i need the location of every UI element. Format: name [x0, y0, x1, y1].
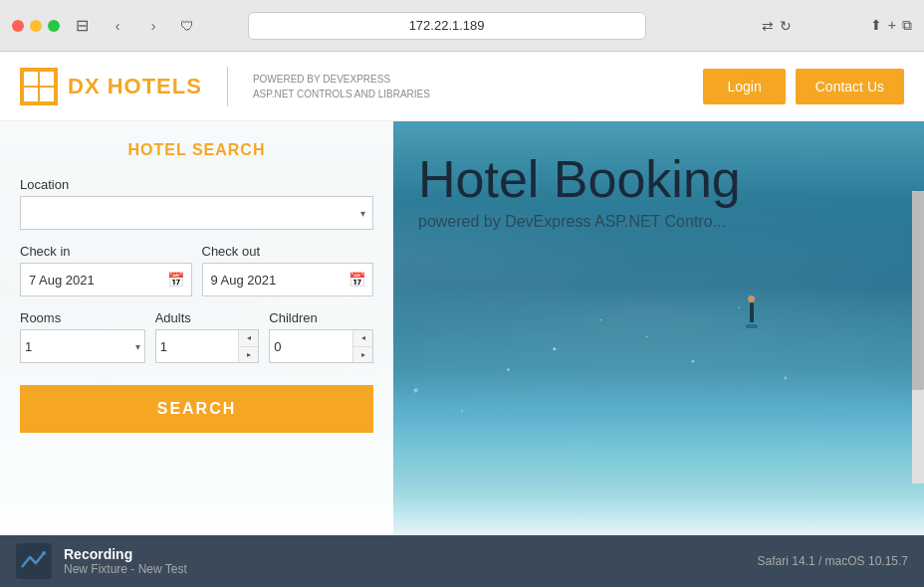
rooms-group: Rooms 1234 ▾	[20, 310, 145, 363]
close-traffic-light[interactable]	[12, 20, 24, 32]
recording-icon	[16, 543, 52, 579]
svg-point-1	[42, 551, 46, 555]
minimize-traffic-light[interactable]	[30, 20, 42, 32]
date-row: Check in 📅 Check out 📅	[20, 244, 373, 296]
checkin-input-wrapper: 📅	[20, 263, 192, 296]
location-group: Location ▾	[20, 177, 373, 230]
url-text: 172.22.1.189	[409, 18, 485, 33]
status-subtitle: New Fixture - New Test	[64, 562, 758, 576]
rooms-label: Rooms	[20, 310, 145, 325]
adults-label: Adults	[155, 310, 260, 325]
logo-icon	[20, 68, 58, 105]
header-actions: Login Contact Us	[703, 69, 904, 104]
shield-icon: 🛡	[175, 14, 199, 38]
hero-title: Hotel Booking	[418, 151, 924, 208]
translate-icon[interactable]: ⇄	[762, 18, 774, 34]
checkin-calendar-icon[interactable]: 📅	[167, 272, 184, 288]
login-button[interactable]: Login	[703, 69, 785, 104]
checkout-input-wrapper: 📅	[202, 263, 374, 296]
maximize-traffic-light[interactable]	[48, 20, 60, 32]
location-select[interactable]	[20, 196, 373, 230]
status-text-area: Recording New Fixture - New Test	[64, 546, 758, 576]
main-area: Hotel Booking powered by DevExpress ASP.…	[0, 121, 924, 535]
search-panel-title: HOTEL SEARCH	[20, 141, 373, 159]
site-header: DX HOTELS POWERED BY DEVEXPRESS ASP.NET …	[0, 52, 924, 121]
browser-chrome: ⊟ ‹ › 🛡 172.22.1.189 ⇄ ↻ ⬆ + ⧉	[0, 0, 924, 52]
rooms-spinner: 1234 ▾	[20, 329, 145, 363]
rooms-select[interactable]: 1234	[21, 330, 131, 362]
location-select-wrapper: ▾	[20, 196, 373, 230]
children-input[interactable]	[270, 330, 352, 362]
checkout-group: Check out 📅	[202, 244, 374, 296]
hero-text-area: Hotel Booking powered by DevExpress ASP.…	[418, 151, 924, 231]
children-decrement-button[interactable]: ▸	[353, 347, 372, 363]
hero-subtitle: powered by DevExpress ASP.NET Contro...	[418, 213, 924, 231]
app-content: DX HOTELS POWERED BY DEVEXPRESS ASP.NET …	[0, 52, 924, 587]
checkin-group: Check in 📅	[20, 244, 192, 296]
location-label: Location	[20, 177, 373, 192]
scroll-thumb[interactable]	[912, 191, 924, 390]
forward-button[interactable]: ›	[139, 12, 167, 40]
children-label: Children	[269, 310, 373, 325]
children-increment-button[interactable]: ◂	[353, 330, 372, 347]
browser-controls: ⇄ ↻	[762, 18, 792, 34]
rooms-chevron-icon: ▾	[131, 330, 144, 362]
sidebar-icon[interactable]: ⊟	[68, 15, 96, 37]
adults-spinner: ◂ ▸	[155, 329, 260, 363]
contact-button[interactable]: Contact Us	[796, 69, 904, 104]
back-button[interactable]: ‹	[104, 12, 131, 40]
children-arrows: ◂ ▸	[352, 330, 372, 362]
surfer-board	[746, 324, 758, 328]
logo-area: DX HOTELS POWERED BY DEVEXPRESS ASP.NET …	[20, 67, 430, 106]
spinners-row: Rooms 1234 ▾ Adults ◂ ▸	[20, 310, 373, 363]
surfer-figure	[746, 295, 758, 340]
reload-icon[interactable]: ↻	[780, 18, 792, 34]
checkout-label: Check out	[202, 244, 374, 259]
surfer-head	[748, 295, 755, 302]
browser-actions: ⬆ + ⧉	[870, 17, 912, 34]
tabs-icon[interactable]: ⧉	[902, 17, 912, 34]
share-icon[interactable]: ⬆	[870, 17, 882, 34]
adults-input[interactable]	[156, 330, 239, 362]
surfer-body	[750, 302, 754, 322]
powered-by: POWERED BY DEVEXPRESS ASP.NET CONTROLS A…	[253, 72, 430, 101]
adults-decrement-button[interactable]: ▸	[239, 347, 258, 363]
logo-divider	[227, 67, 228, 106]
scrollbar[interactable]	[912, 191, 924, 484]
logo-text: DX HOTELS	[68, 74, 202, 99]
checkin-label: Check in	[20, 244, 192, 259]
status-bar: Recording New Fixture - New Test Safari …	[0, 535, 924, 587]
status-info: Safari 14.1 / macOS 10.15.7	[758, 554, 908, 568]
adults-group: Adults ◂ ▸	[155, 310, 260, 363]
address-bar[interactable]: 172.22.1.189	[248, 12, 646, 40]
traffic-lights	[12, 20, 60, 32]
search-panel: HOTEL SEARCH Location ▾ Check in 📅	[0, 121, 393, 535]
children-group: Children ◂ ▸	[269, 310, 373, 363]
adults-arrows: ◂ ▸	[238, 330, 258, 362]
search-button[interactable]: SEARCH	[20, 385, 373, 433]
checkout-calendar-icon[interactable]: 📅	[348, 272, 365, 288]
children-spinner: ◂ ▸	[269, 329, 373, 363]
new-tab-icon[interactable]: +	[888, 17, 896, 34]
adults-increment-button[interactable]: ◂	[239, 330, 258, 347]
status-title: Recording	[64, 546, 758, 562]
